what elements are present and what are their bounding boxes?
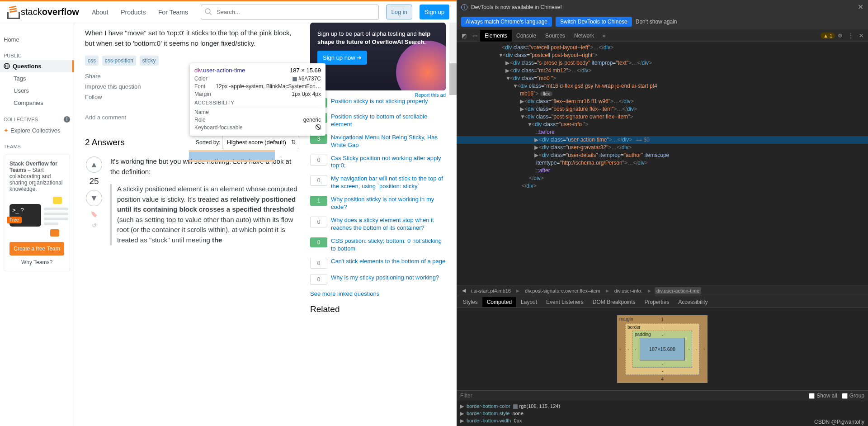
match-language-button[interactable]: Always match Chrome's language: [461, 17, 552, 27]
inspect-icon[interactable]: ◩: [458, 33, 469, 39]
close-icon[interactable]: ✕: [858, 3, 863, 11]
tag-css[interactable]: css: [85, 56, 99, 66]
dont-show-link[interactable]: Don't show again: [636, 19, 677, 25]
prop-row[interactable]: ▶border-bottom-colorrgb(106, 115, 124): [460, 402, 864, 410]
sidebar-questions[interactable]: Questions: [0, 60, 74, 72]
group-checkbox[interactable]: Group: [842, 393, 864, 399]
promo-signup-button[interactable]: Sign up now ➔: [317, 51, 367, 65]
why-teams-link[interactable]: Why Teams?: [9, 259, 64, 265]
kebab-icon[interactable]: ⋮: [845, 33, 856, 39]
banner-text: DevTools is now available in Chinese!: [471, 4, 562, 10]
sidebar-users[interactable]: Users: [0, 85, 74, 97]
promo-card[interactable]: Sign up to be part of alpha testing and …: [310, 23, 446, 90]
answer-body: It's working fine but you will see nothi…: [110, 156, 299, 245]
info-icon[interactable]: i: [64, 116, 70, 123]
sidebar-tags[interactable]: Tags: [0, 72, 74, 85]
subtab-properties[interactable]: Properties: [640, 297, 674, 307]
answer-quote: A stickily positioned element is an elem…: [110, 184, 299, 245]
linked-question-link[interactable]: My navigation bar will not stick to the …: [331, 175, 446, 190]
linked-question-link[interactable]: Why does a sticky element stop when it r…: [331, 217, 446, 232]
free-badge: Free: [7, 217, 22, 223]
scrollbar-thumb[interactable]: [449, 63, 457, 95]
info-icon: i: [461, 4, 467, 10]
create-team-button[interactable]: Create a free Team: [9, 242, 64, 256]
crumb-item[interactable]: div.post-signature.owner.flex--item: [523, 287, 602, 294]
svg-line-1: [209, 13, 212, 15]
subtab-dom-breakpoints[interactable]: DOM Breakpoints: [588, 297, 640, 307]
subtab-styles[interactable]: Styles: [458, 297, 482, 307]
tag-sticky[interactable]: sticky: [140, 56, 159, 66]
link-count: 1: [310, 196, 327, 206]
sidebar-companies[interactable]: Companies: [0, 97, 74, 109]
report-ad-link[interactable]: Report this ad: [310, 92, 446, 98]
switch-language-button[interactable]: Switch DevTools to Chinese: [556, 17, 632, 27]
link-item: 0Why is my sticky positioning not workin…: [310, 274, 446, 285]
teams-promo: Stack Overflow for Teams – Start collabo…: [4, 155, 70, 271]
site-logo[interactable]: stackoverflow: [7, 5, 79, 19]
link-item: 5Position sticky to bottom of scrollable…: [310, 113, 446, 128]
close-icon[interactable]: ✕: [856, 33, 866, 39]
history-icon[interactable]: ↺: [85, 222, 103, 229]
show-all-checkbox[interactable]: Show all: [809, 393, 837, 399]
search-input[interactable]: [201, 5, 379, 20]
linked-question-link[interactable]: Why position sticky is not working in my…: [331, 196, 446, 211]
bookmark-icon[interactable]: 🔖: [85, 211, 103, 218]
filter-input[interactable]: [460, 393, 804, 399]
crumb-item-selected[interactable]: div.user-action-time: [655, 287, 701, 294]
subtab-computed[interactable]: Computed: [482, 297, 516, 307]
sort-select[interactable]: Highest score (default): [222, 135, 299, 149]
subtab-event-listeners[interactable]: Event Listeners: [542, 297, 588, 307]
sidebar-public-heading: PUBLIC: [0, 46, 74, 60]
device-icon[interactable]: ▭: [469, 33, 480, 39]
tab-elements[interactable]: Elements: [480, 30, 512, 42]
scrollbar[interactable]: [449, 23, 457, 90]
tab-sources[interactable]: Sources: [541, 30, 570, 42]
linked-question-link[interactable]: Why is my sticky positioning not working…: [331, 274, 439, 282]
crumb-item[interactable]: i.ai-start.pt4.mb16: [469, 287, 513, 294]
search-icon: [204, 8, 212, 16]
subtab-accessibility[interactable]: Accessibility: [674, 297, 712, 307]
more-tabs-icon[interactable]: »: [599, 33, 609, 39]
sorted-by-label: Sorted by:: [196, 139, 221, 146]
see-more-link[interactable]: See more linked questions: [310, 290, 446, 297]
tab-console[interactable]: Console: [512, 30, 541, 42]
link-item: 0CSS position: sticky; bottom: 0 not sti…: [310, 237, 446, 253]
top-nav: About Products For Teams: [86, 9, 193, 16]
right-sidebar: Sign up to be part of alpha testing and …: [310, 23, 446, 426]
subtab-layout[interactable]: Layout: [516, 297, 542, 307]
tab-network[interactable]: Network: [570, 30, 599, 42]
logo-text-bold: overflow: [42, 7, 79, 17]
prop-row[interactable]: ▶border-bottom-stylenone: [460, 410, 864, 417]
warning-badge[interactable]: ▲ 1: [821, 33, 835, 39]
linked-question-link[interactable]: Css Sticky position not working after ap…: [331, 155, 446, 170]
nav-for-teams[interactable]: For Teams: [153, 6, 193, 19]
linked-question-link[interactable]: CSS position: sticky; bottom: 0 not stic…: [331, 237, 446, 253]
upvote-button[interactable]: ▲: [86, 156, 102, 173]
breadcrumb[interactable]: ◀ i.ai-start.pt4.mb16▶ div.post-signatur…: [457, 285, 868, 296]
sidebar-explore-collectives[interactable]: ✦Explore Collectives: [0, 124, 74, 137]
linked-question-link[interactable]: Navigational Menu Not Being Sticky, Has …: [331, 134, 446, 149]
settings-icon[interactable]: ⚙: [835, 33, 845, 39]
linked-question-link[interactable]: Position sticky to bottom of scrollable …: [331, 113, 446, 128]
crumb-item[interactable]: div.user-info.: [613, 287, 644, 294]
login-button[interactable]: Log in: [386, 5, 412, 19]
prop-row[interactable]: ▶border-bottom-width0px: [460, 417, 864, 424]
answers-heading: 2 Answers: [85, 137, 125, 147]
downvote-button[interactable]: ▼: [86, 190, 102, 206]
signup-button[interactable]: Sign up: [420, 5, 449, 19]
crumb-arrow-icon[interactable]: ◀: [460, 287, 467, 294]
watermark: CSDN @Pigwantofly: [814, 419, 864, 425]
devtools-lang-bar: Always match Chrome's language Switch De…: [457, 14, 868, 29]
chat-icon: [53, 197, 62, 204]
dom-tree[interactable]: <div class="votecell post-layout--left">…: [457, 42, 868, 285]
sidebar-home[interactable]: Home: [0, 33, 74, 46]
sidebar-collectives-heading: COLLECTIVES: [4, 117, 38, 122]
tag-css-position[interactable]: css-position: [102, 56, 136, 66]
link-count: 0: [310, 217, 327, 227]
star-icon: ✦: [4, 127, 9, 134]
linked-question-link[interactable]: Position sticky is not sticking properly: [331, 98, 428, 105]
nav-about[interactable]: About: [86, 6, 114, 19]
nav-products[interactable]: Products: [115, 6, 151, 19]
linked-question-link[interactable]: Can't stick elements to the bottom of a …: [331, 258, 445, 265]
tooltip-dims: 187 × 15.69: [290, 67, 321, 74]
